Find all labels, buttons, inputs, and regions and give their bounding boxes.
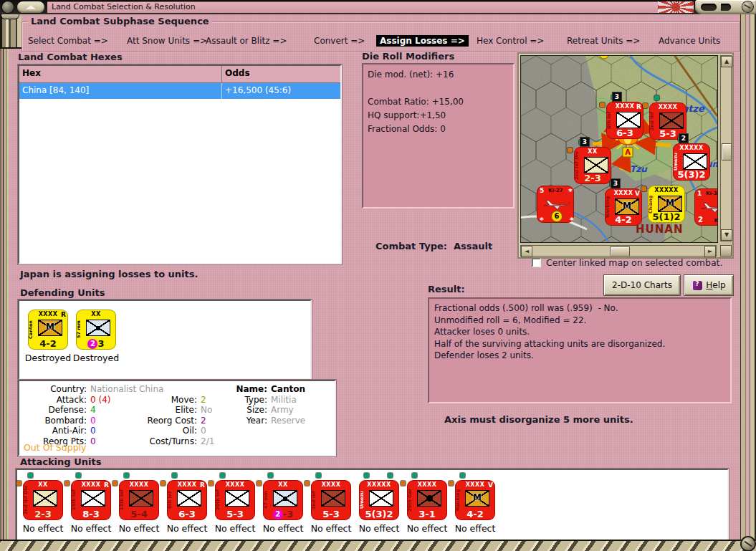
unit-counter[interactable]: 3XXXXVNankingM4-2 [605, 188, 642, 226]
unit-counter[interactable]: XXXXVNankingM4-2 [455, 480, 495, 520]
unit-status: No effect [307, 523, 355, 534]
hexes-title: Land Combat Hexes [18, 52, 123, 62]
window-knob-icon[interactable] [2, 1, 14, 13]
unit-counter[interactable]: XXXX29th Gar3-1 [407, 480, 447, 520]
unit-counter[interactable]: 5Ki-276*** [537, 186, 574, 223]
scroll-down-arrow[interactable]: ▼ [721, 229, 732, 241]
orange-status-dot [64, 481, 70, 486]
subphase-title: Land Combat Subphase Sequence [28, 16, 212, 27]
unit-counter[interactable]: XXXXXChiangM5(1)2 [648, 186, 685, 223]
info-row: Country:Nationalist China [24, 384, 163, 395]
unit-strength: 8-3 [71, 509, 111, 519]
subphase-step: Convert => [314, 36, 365, 46]
green-status-dot [28, 473, 33, 478]
unit-symbol-inf-dark [129, 490, 153, 507]
unit-counter[interactable]: XX2nd Inf Div2-3 [23, 480, 63, 520]
window-frame-corner [0, 14, 21, 49]
unit-strength: 3-1 [407, 509, 447, 519]
green-status-dot [388, 473, 393, 478]
text-line: Half of the surviving attacking units ar… [434, 338, 725, 350]
svg-text:A: A [625, 148, 631, 156]
unit-info-panel: Country:Nationalist ChinaAttack:0 (4)Def… [18, 380, 336, 456]
unit-status: No effect [67, 523, 115, 534]
unit-counter[interactable]: XXXXR25th Inf8-3 [71, 480, 111, 520]
subphase-step: Retreat Units => [567, 36, 640, 46]
unit-counter[interactable]: XXXXXUmezu5(3)2 [359, 480, 399, 520]
charts-button-label: 2-D-10 Charts [612, 280, 672, 290]
green-status-dot [460, 473, 465, 478]
unit-status: No effect [451, 523, 499, 534]
scroll-up-arrow[interactable]: ▲ [721, 56, 732, 67]
combat-marker: A [623, 148, 633, 157]
info-row: Reorg Cost:2 [125, 416, 214, 426]
unit-counter[interactable]: XXXX20th Inf5-3 [215, 480, 255, 520]
unit-status: No effect [115, 523, 163, 534]
window-title: Land Combat Selection & Resolution [52, 2, 196, 11]
charts-button[interactable]: 2-D-10 Charts [603, 274, 681, 296]
unit-counter[interactable]: XX47 mm2-3 [263, 480, 303, 520]
info-row: Size:Army [233, 405, 305, 416]
info-row: Oil:0 [125, 426, 214, 436]
window-frame-right [740, 14, 756, 540]
unit-counter[interactable]: XXXX2nd Inf5-3 [311, 480, 351, 520]
combat-type: Combat Type: Assault [375, 241, 492, 251]
unit-counter[interactable]: XXXXRCantonM4-2 [28, 310, 68, 350]
attacking-units-title: Attacking Units [20, 456, 101, 467]
orange-status-dot [600, 102, 605, 107]
unit-counter[interactable]: 3XXXXR6th Inf6-3 [606, 102, 643, 139]
unit-corner-letter: V [635, 190, 640, 197]
green-status-dot [268, 473, 273, 478]
map-horizontal-scrollbar[interactable]: ◄ ► [520, 245, 717, 257]
unit-corner-letter: R [200, 481, 205, 489]
orange-status-dot [568, 148, 573, 153]
scroll-right-arrow[interactable]: ► [704, 246, 716, 257]
unit-corner-letter: R [636, 103, 641, 110]
text-line: HQ support:+1,50 [368, 109, 509, 123]
unit-symbol-inf-white [369, 490, 393, 507]
die-modifiers-title: Die Roll Modifiers [362, 51, 454, 62]
unit-strength: 5(3)2 [673, 169, 710, 180]
green-status-dot [654, 95, 659, 100]
unit-counter[interactable]: XXXX12th Inf5-4 [119, 480, 159, 520]
info-row: Move:2 [125, 395, 214, 406]
info-row: Elite:No [125, 405, 214, 416]
unit-counter[interactable]: 1Ki-302Ki-30 [694, 188, 718, 226]
scroll-left-arrow[interactable]: ◄ [521, 246, 532, 257]
combat-hex-row[interactable]: China [84, 140]+16,500 (45:6) [19, 83, 340, 99]
subphase-step: Select Combat => [28, 36, 108, 46]
subphase-step: Advance Units [659, 36, 720, 46]
scrollbar-thumb[interactable] [722, 143, 732, 160]
combat-hex-table[interactable]: Hex Odds China [84, 140]+16,500 (45:6) [18, 64, 342, 264]
center-map-checkbox[interactable] [532, 258, 541, 267]
window-control-slot [721, 4, 731, 11]
orange-status-dot [641, 186, 646, 191]
unit-status: No effect [163, 523, 211, 534]
mini-map[interactable]: A gtze ung Tzu HUNAN 3XXXXR6th Inf6-3XXX… [517, 52, 734, 259]
unit-strength: 5-3 [215, 509, 255, 519]
unit-strength: 5(3)2 [359, 509, 399, 519]
window-controls[interactable] [695, 0, 756, 14]
unit-symbol-inf-dark [659, 112, 684, 129]
combat-type-label: Combat Type: [375, 241, 447, 251]
window-up-button[interactable] [17, 1, 44, 13]
unit-counter[interactable]: XX57 mm23 [76, 310, 116, 350]
unit-symbol-at [86, 320, 110, 336]
help-button[interactable]: Help [684, 274, 734, 296]
scrollbar-thumb[interactable] [610, 246, 630, 257]
unit-counter[interactable]: 2XXXXXUmezu5(3)2 [673, 143, 710, 181]
scrollbar-corner [720, 245, 732, 257]
rising-sun-flag-icon [658, 1, 694, 13]
unit-counter[interactable]: XXXXR6th Inf6-3 [167, 480, 207, 520]
unit-counter[interactable]: 3XX2nd Inf Div2-3 [574, 147, 611, 184]
supply-status: Out Of Supply [24, 442, 86, 453]
column-header-odds: Odds [222, 66, 253, 82]
title-bar: Land Combat Selection & Resolution [0, 0, 756, 14]
text-line: Unmodified roll = 6, Modified = 22. [434, 315, 725, 327]
screw-icon [742, 537, 755, 550]
assign-losses-text: Japan is assigning losses to units. [20, 269, 198, 279]
unit-status: No effect [19, 523, 67, 534]
map-view[interactable]: A gtze ung Tzu HUNAN 3XXXXR6th Inf6-3XXX… [520, 55, 718, 243]
text-line [368, 82, 509, 95]
map-vertical-scrollbar[interactable]: ▲ ▼ [720, 55, 732, 241]
subphase-step: Assign Losses => [376, 35, 469, 47]
